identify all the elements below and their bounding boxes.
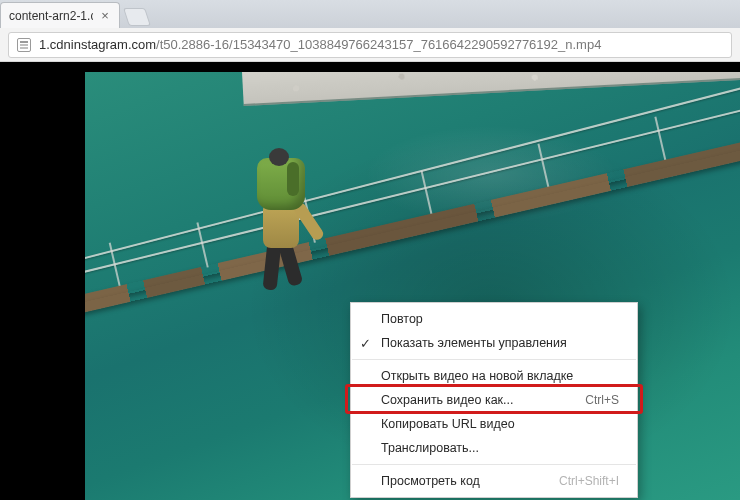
close-icon[interactable]: × bbox=[99, 10, 111, 22]
context-menu-item-label: Сохранить видео как... bbox=[381, 393, 585, 407]
context-menu-item-copy_url[interactable]: Копировать URL видео bbox=[351, 412, 637, 436]
content-area: Повтор✓Показать элементы управленияОткры… bbox=[0, 62, 740, 500]
url-host: 1.cdninstagram.com bbox=[39, 37, 156, 52]
context-menu-item-label: Просмотреть код bbox=[381, 474, 559, 488]
context-menu-item-save_as[interactable]: Сохранить видео как...Ctrl+S bbox=[351, 388, 637, 412]
context-menu-separator bbox=[352, 464, 636, 465]
context-menu-item-loop[interactable]: Повтор bbox=[351, 307, 637, 331]
context-menu-item-label: Транслировать... bbox=[381, 441, 619, 455]
context-menu-item-controls[interactable]: ✓Показать элементы управления bbox=[351, 331, 637, 355]
page-icon bbox=[17, 38, 31, 52]
url-text: 1.cdninstagram.com/t50.2886-16/15343470_… bbox=[39, 37, 601, 52]
context-menu-item-shortcut: Ctrl+S bbox=[585, 393, 619, 407]
toolbar: 1.cdninstagram.com/t50.2886-16/15343470_… bbox=[0, 28, 740, 62]
tab-strip: content-arn2-1.c × bbox=[0, 0, 740, 28]
context-menu-item-shortcut: Ctrl+Shift+I bbox=[559, 474, 619, 488]
hiker-figure bbox=[245, 158, 323, 288]
context-menu-separator bbox=[352, 359, 636, 360]
context-menu-item-label: Показать элементы управления bbox=[381, 336, 619, 350]
tab-title: content-arn2-1.c bbox=[9, 9, 93, 23]
address-bar[interactable]: 1.cdninstagram.com/t50.2886-16/15343470_… bbox=[8, 32, 732, 58]
context-menu-item-label: Копировать URL видео bbox=[381, 417, 619, 431]
new-tab-button[interactable] bbox=[123, 8, 151, 26]
context-menu-item-cast[interactable]: Транслировать... bbox=[351, 436, 637, 460]
context-menu-item-inspect[interactable]: Просмотреть кодCtrl+Shift+I bbox=[351, 469, 637, 493]
context-menu-item-label: Открыть видео на новой вкладке bbox=[381, 369, 619, 383]
context-menu-item-label: Повтор bbox=[381, 312, 619, 326]
url-path: /t50.2886-16/15343470_1038849766243157_7… bbox=[156, 37, 601, 52]
context-menu-item-open_newtab[interactable]: Открыть видео на новой вкладке bbox=[351, 364, 637, 388]
check-icon: ✓ bbox=[360, 336, 372, 348]
browser-tab[interactable]: content-arn2-1.c × bbox=[0, 2, 120, 28]
context-menu: Повтор✓Показать элементы управленияОткры… bbox=[350, 302, 638, 498]
